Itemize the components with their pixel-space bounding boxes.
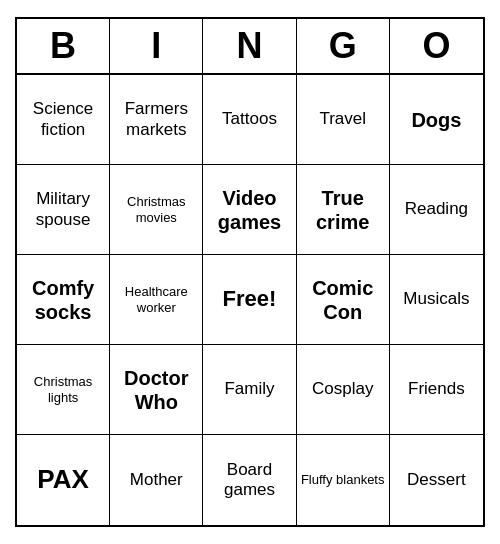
bingo-cell-5: Military spouse	[17, 165, 110, 255]
cell-text-12: Free!	[223, 286, 277, 312]
bingo-cell-24: Dessert	[390, 435, 483, 525]
cell-text-9: Reading	[405, 199, 468, 219]
bingo-cell-4: Dogs	[390, 75, 483, 165]
cell-text-0: Science fiction	[21, 99, 105, 140]
bingo-cell-6: Christmas movies	[110, 165, 203, 255]
cell-text-18: Cosplay	[312, 379, 373, 399]
header-letter-i: I	[110, 19, 203, 73]
cell-text-23: Fluffy blankets	[301, 472, 385, 488]
bingo-header: BINGO	[17, 19, 483, 75]
bingo-cell-20: PAX	[17, 435, 110, 525]
cell-text-3: Travel	[319, 109, 366, 129]
cell-text-14: Musicals	[403, 289, 469, 309]
bingo-cell-0: Science fiction	[17, 75, 110, 165]
cell-text-2: Tattoos	[222, 109, 277, 129]
header-letter-b: B	[17, 19, 110, 73]
header-letter-g: G	[297, 19, 390, 73]
bingo-cell-22: Board games	[203, 435, 296, 525]
bingo-cell-19: Friends	[390, 345, 483, 435]
bingo-cell-17: Family	[203, 345, 296, 435]
bingo-cell-7: Video games	[203, 165, 296, 255]
bingo-cell-9: Reading	[390, 165, 483, 255]
bingo-cell-1: Farmers markets	[110, 75, 203, 165]
bingo-cell-8: True crime	[297, 165, 390, 255]
bingo-cell-11: Healthcare worker	[110, 255, 203, 345]
bingo-cell-23: Fluffy blankets	[297, 435, 390, 525]
bingo-card: BINGO Science fictionFarmers marketsTatt…	[15, 17, 485, 527]
header-letter-o: O	[390, 19, 483, 73]
cell-text-15: Christmas lights	[21, 374, 105, 405]
bingo-cell-21: Mother	[110, 435, 203, 525]
bingo-cell-18: Cosplay	[297, 345, 390, 435]
cell-text-11: Healthcare worker	[114, 284, 198, 315]
cell-text-17: Family	[224, 379, 274, 399]
cell-text-7: Video games	[207, 186, 291, 234]
cell-text-4: Dogs	[411, 108, 461, 132]
bingo-cell-3: Travel	[297, 75, 390, 165]
bingo-cell-13: Comic Con	[297, 255, 390, 345]
cell-text-24: Dessert	[407, 470, 466, 490]
cell-text-8: True crime	[301, 186, 385, 234]
cell-text-19: Friends	[408, 379, 465, 399]
bingo-cell-12: Free!	[203, 255, 296, 345]
cell-text-21: Mother	[130, 470, 183, 490]
cell-text-5: Military spouse	[21, 189, 105, 230]
cell-text-10: Comfy socks	[21, 276, 105, 324]
bingo-cell-2: Tattoos	[203, 75, 296, 165]
bingo-cell-15: Christmas lights	[17, 345, 110, 435]
bingo-cell-10: Comfy socks	[17, 255, 110, 345]
cell-text-1: Farmers markets	[114, 99, 198, 140]
bingo-grid: Science fictionFarmers marketsTattoosTra…	[17, 75, 483, 525]
bingo-cell-16: Doctor Who	[110, 345, 203, 435]
cell-text-16: Doctor Who	[114, 366, 198, 414]
cell-text-6: Christmas movies	[114, 194, 198, 225]
bingo-cell-14: Musicals	[390, 255, 483, 345]
cell-text-20: PAX	[37, 464, 89, 495]
cell-text-22: Board games	[207, 460, 291, 501]
header-letter-n: N	[203, 19, 296, 73]
cell-text-13: Comic Con	[301, 276, 385, 324]
